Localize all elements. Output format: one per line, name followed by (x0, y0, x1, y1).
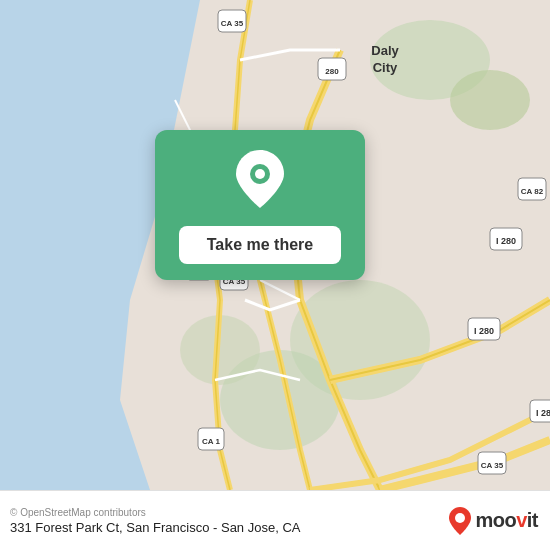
location-pin-icon (236, 150, 284, 212)
svg-text:CA 1: CA 1 (202, 437, 220, 446)
svg-text:I 280: I 280 (496, 236, 516, 246)
moovit-logo: moovit (449, 507, 538, 535)
address-text: 331 Forest Park Ct, San Francisco - San … (10, 520, 300, 535)
svg-point-32 (455, 513, 465, 523)
svg-text:Daly: Daly (371, 43, 399, 58)
copyright-text: © OpenStreetMap contributors (10, 507, 300, 518)
moovit-wordmark: moovit (475, 509, 538, 532)
svg-text:I 280: I 280 (474, 326, 494, 336)
svg-point-31 (255, 169, 265, 179)
svg-text:280: 280 (325, 67, 339, 76)
map-container: CA 35 CA 35 CA 35 280 I 280 I 280 I 280 … (0, 0, 550, 490)
svg-point-4 (450, 70, 530, 130)
svg-text:CA 35: CA 35 (221, 19, 244, 28)
take-me-there-button[interactable]: Take me there (179, 226, 341, 264)
svg-text:City: City (373, 60, 398, 75)
svg-text:CA 82: CA 82 (521, 187, 544, 196)
bottom-left-info: © OpenStreetMap contributors 331 Forest … (10, 507, 300, 535)
navigation-card: Take me there (155, 130, 365, 280)
svg-text:I 280: I 280 (536, 408, 550, 418)
svg-text:CA 35: CA 35 (481, 461, 504, 470)
moovit-pin-icon (449, 507, 471, 535)
bottom-bar: © OpenStreetMap contributors 331 Forest … (0, 490, 550, 550)
